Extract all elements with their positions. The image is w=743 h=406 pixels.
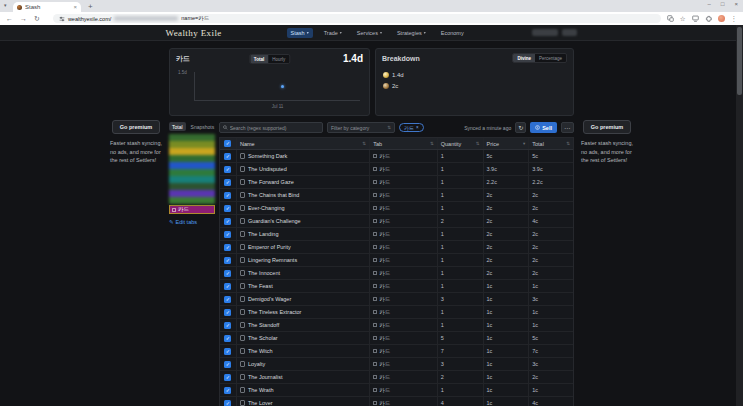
nav-item-trade[interactable]: Trade▾ [320, 28, 346, 38]
table-row[interactable]: ✓Demigod's Wager카드31c3c [220, 293, 573, 306]
column-header-total[interactable]: Total⇅ [528, 138, 573, 149]
row-checkbox[interactable]: ✓ [224, 400, 231, 406]
extensions-icon[interactable] [705, 15, 712, 22]
table-row[interactable]: ✓The Lover카드41c4c [220, 397, 573, 406]
chip-remove-icon[interactable]: × [416, 125, 419, 130]
row-checkbox[interactable]: ✓ [224, 231, 231, 238]
row-checkbox[interactable]: ✓ [224, 205, 231, 212]
toggle-hourly[interactable]: Hourly [268, 55, 289, 63]
profile-avatar[interactable] [718, 15, 725, 22]
translate-icon[interactable] [667, 15, 674, 22]
blurred-stash-tab[interactable] [169, 197, 215, 204]
row-checkbox[interactable]: ✓ [224, 309, 231, 316]
row-checkbox[interactable]: ✓ [224, 270, 231, 277]
blurred-account-button[interactable] [532, 29, 558, 36]
table-row[interactable]: ✓The Feast카드11c1c [220, 280, 573, 293]
toggle-percentage[interactable]: Percentage [535, 54, 566, 62]
column-header-quantity[interactable]: Quantity⇅ [437, 138, 483, 149]
row-checkbox[interactable]: ✓ [224, 218, 231, 225]
blurred-stash-tab[interactable] [169, 134, 215, 141]
column-header-name[interactable]: Name⇅ [236, 138, 369, 149]
column-header-price[interactable]: Price▾ [483, 138, 529, 149]
table-row[interactable]: ✓The Chains that Bind카드12c2c [220, 189, 573, 202]
table-row[interactable]: ✓The Tireless Extractor카드11c1c [220, 306, 573, 319]
table-row[interactable]: ✓The Wrath카드11c1c [220, 384, 573, 397]
browser-tab[interactable]: Stash × [13, 2, 81, 12]
more-options-button[interactable]: ⋯ [561, 122, 574, 133]
row-checkbox[interactable]: ✓ [224, 361, 231, 368]
tab-search-chevron-icon[interactable]: ▾ [4, 2, 7, 8]
scrollbar-thumb[interactable] [737, 27, 742, 95]
table-row[interactable]: ✓Lingering Remnants카드12c2c [220, 254, 573, 267]
row-checkbox[interactable]: ✓ [224, 348, 231, 355]
go-premium-button[interactable]: Go premium [112, 120, 160, 134]
reload-icon[interactable]: ↻ [34, 15, 40, 23]
forward-icon[interactable]: → [20, 15, 27, 22]
row-checkbox[interactable]: ✓ [224, 179, 231, 186]
new-tab-button[interactable]: + [88, 1, 93, 12]
blurred-stash-tab[interactable] [169, 148, 215, 155]
table-row[interactable]: ✓Loyalty카드31c3c [220, 358, 573, 371]
table-row[interactable]: ✓The Scholar카드51c5c [220, 332, 573, 345]
address-bar[interactable]: wealthyexile.com/ name=카드 [53, 14, 661, 23]
select-all-checkbox[interactable]: ✓ [224, 140, 231, 147]
table-row[interactable]: ✓The Innocent카드12c2c [220, 267, 573, 280]
row-checkbox[interactable]: ✓ [224, 296, 231, 303]
go-premium-button[interactable]: Go premium [583, 120, 631, 134]
table-row[interactable]: ✓Something Dark카드15c5c [220, 150, 573, 163]
table-row[interactable]: ✓The Journalist카드21c2c [220, 371, 573, 384]
blurred-stash-tab[interactable] [169, 169, 215, 176]
page-scrollbar[interactable] [736, 25, 743, 406]
row-checkbox[interactable]: ✓ [224, 166, 231, 173]
browser-menu-kebab-icon[interactable]: ⋮ [731, 15, 738, 23]
window-minimize-icon[interactable]: – [708, 1, 711, 7]
window-maximize-icon[interactable]: □ [721, 1, 725, 7]
window-close-icon[interactable]: × [734, 1, 738, 7]
row-checkbox[interactable]: ✓ [224, 335, 231, 342]
row-checkbox[interactable]: ✓ [224, 192, 231, 199]
refresh-button[interactable]: ↻ [515, 122, 526, 133]
row-checkbox[interactable]: ✓ [224, 257, 231, 264]
blurred-stash-tab[interactable] [169, 155, 215, 162]
selected-stash-tab[interactable]: 카드 [169, 205, 215, 214]
blurred-account-button[interactable] [562, 29, 577, 36]
blurred-stash-tab[interactable] [169, 162, 215, 169]
table-row[interactable]: ✓Ever-Changing카드12c2c [220, 202, 573, 215]
toggle-divine[interactable]: Divine [513, 54, 535, 62]
blurred-stash-tab[interactable] [169, 190, 215, 197]
blurred-stash-tab[interactable] [169, 183, 215, 190]
row-checkbox[interactable]: ✓ [224, 374, 231, 381]
row-checkbox[interactable]: ✓ [224, 322, 231, 329]
edit-tabs-link[interactable]: ✎ Edit tabs [169, 219, 215, 225]
table-row[interactable]: ✓The Witch카드71c7c [220, 345, 573, 358]
install-app-icon[interactable] [692, 15, 699, 22]
table-row[interactable]: ✓The Undisputed카드13.9c3.9c [220, 163, 573, 176]
category-filter-select[interactable]: Filter by category ⇅ [327, 122, 395, 133]
toggle-total[interactable]: Total [250, 55, 268, 63]
tab-close-icon[interactable]: × [73, 4, 77, 10]
chart-data-point[interactable] [281, 85, 284, 88]
blurred-stash-tab[interactable] [169, 176, 215, 183]
table-row[interactable]: ✓Emperor of Purity카드12c2c [220, 241, 573, 254]
nav-item-strategies[interactable]: Strategies▾ [393, 28, 430, 38]
row-checkbox[interactable]: ✓ [224, 153, 231, 160]
table-row[interactable]: ✓The Standoff카드11c1c [220, 319, 573, 332]
table-row[interactable]: ✓The Landing카드12c2c [220, 228, 573, 241]
nav-item-stash[interactable]: Stash▾ [287, 28, 313, 38]
column-header-tab[interactable]: Tab⇅ [369, 138, 437, 149]
table-row[interactable]: ✓The Forward Gaze카드12.2c2.2c [220, 176, 573, 189]
sell-button[interactable]: Sell [530, 122, 557, 133]
row-checkbox[interactable]: ✓ [224, 387, 231, 394]
search-input[interactable] [230, 125, 319, 131]
site-logo[interactable]: Wealthy Exile [166, 28, 222, 38]
back-icon[interactable]: ← [6, 15, 13, 22]
nav-item-economy[interactable]: Economy [437, 28, 468, 38]
tab-total[interactable]: Total [169, 122, 186, 131]
bookmark-star-icon[interactable]: ☆ [680, 15, 686, 23]
site-info-icon[interactable] [59, 16, 65, 22]
row-checkbox[interactable]: ✓ [224, 244, 231, 251]
tab-snapshots[interactable]: Snapshots [188, 122, 218, 131]
active-filter-chip[interactable]: 카드 × [399, 123, 424, 132]
table-row[interactable]: ✓Guardian's Challenge카드22c4c [220, 215, 573, 228]
blurred-stash-tab[interactable] [169, 141, 215, 148]
